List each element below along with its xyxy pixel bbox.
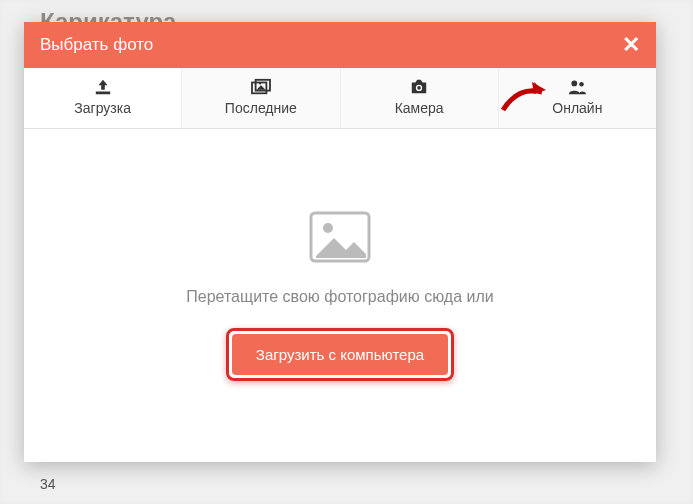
- camera-icon: [408, 78, 430, 96]
- tab-upload[interactable]: Загрузка: [24, 68, 182, 128]
- svg-point-4: [417, 86, 421, 90]
- tab-label: Камера: [395, 100, 444, 116]
- tab-recent[interactable]: Последние: [182, 68, 340, 128]
- photos-icon: [250, 78, 272, 96]
- upload-button-highlight: Загрузить с компьютера: [226, 328, 454, 381]
- image-placeholder-icon: [308, 210, 372, 264]
- tab-bar: Загрузка Последние Камера Онлайн: [24, 68, 656, 129]
- tab-label: Онлайн: [552, 100, 602, 116]
- upload-icon: [92, 78, 114, 96]
- close-icon[interactable]: ✕: [622, 34, 640, 56]
- tab-label: Загрузка: [74, 100, 131, 116]
- drag-instruction-text: Перетащите свою фотографию сюда или: [186, 288, 493, 306]
- people-icon: [566, 78, 588, 96]
- modal-header: Выбрать фото ✕: [24, 22, 656, 68]
- modal-title: Выбрать фото: [40, 35, 153, 55]
- upload-from-computer-button[interactable]: Загрузить с компьютера: [232, 334, 448, 375]
- svg-point-2: [259, 82, 261, 84]
- photo-picker-modal: Выбрать фото ✕ Загрузка Последние Камера: [24, 22, 656, 462]
- svg-point-5: [572, 81, 578, 87]
- tab-camera[interactable]: Камера: [341, 68, 499, 128]
- tab-label: Последние: [225, 100, 297, 116]
- upload-dropzone[interactable]: Перетащите свою фотографию сюда или Загр…: [24, 129, 656, 462]
- background-footer-number: 34: [40, 476, 56, 492]
- svg-point-8: [323, 223, 333, 233]
- tab-online[interactable]: Онлайн: [499, 68, 656, 128]
- svg-point-6: [580, 82, 585, 87]
